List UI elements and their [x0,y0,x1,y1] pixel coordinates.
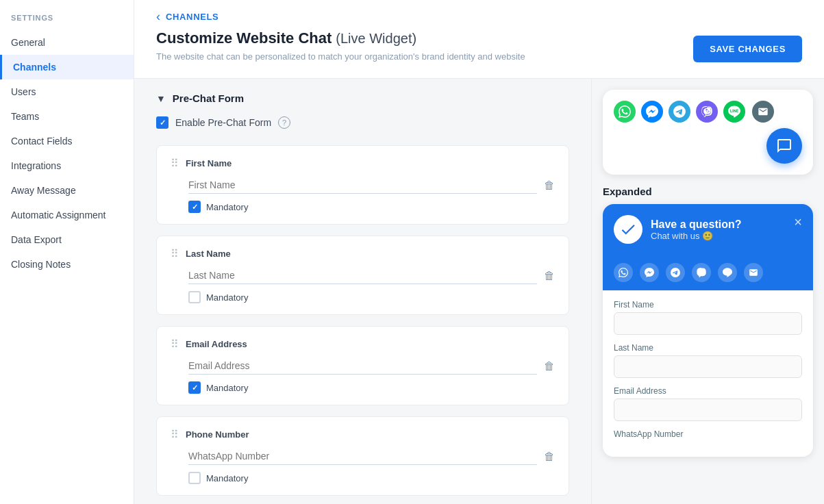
widget-close-button[interactable]: × [794,215,802,229]
expanded-label: Expanded [603,186,813,197]
drag-handle-icon[interactable]: ⠿ [171,157,179,170]
telegram-channel-icon [669,101,690,123]
widget-viber-icon[interactable] [692,263,711,282]
breadcrumb: ‹ CHANNELS [156,0,802,29]
drag-handle-icon[interactable]: ⠿ [171,338,179,351]
back-chevron-icon: ‹ [156,10,160,24]
widget-heading: Have a question? [651,218,741,231]
widget-subtext: Chat with us 🙂 [651,231,741,241]
widget-email-icon[interactable] [744,263,763,282]
mandatory-checkbox-phone-number[interactable] [188,472,201,484]
form-panel: ▼ Pre-Chat Form Enable Pre-Chat Form ? ⠿… [134,79,591,504]
sidebar: SETTINGS General Channels Users Teams Co… [0,0,134,504]
widget-form-group-first-name: First Name [614,300,802,335]
widget-form-group-whatsapp: WhatsApp Number [614,429,802,439]
mandatory-checkbox-first-name[interactable] [188,201,201,213]
chat-bubble-button[interactable] [766,128,802,164]
widget-form-body: First Name Last Name Email Address Whats… [603,290,813,457]
field-group-email-address: ⠿ Email Address 🗑 Mandatory [156,326,569,405]
sidebar-item-integrations[interactable]: Integrations [0,153,134,178]
field-input-first-name[interactable] [188,177,537,194]
widget-channels-row [603,255,813,290]
widget-form-label-first-name: First Name [614,300,802,310]
page-title: Customize Website Chat [156,29,332,47]
mandatory-checkbox-last-name[interactable] [188,291,201,303]
sidebar-item-data-export[interactable]: Data Export [0,227,134,252]
mandatory-label-phone-number: Mandatory [206,473,248,483]
chevron-down-icon: ▼ [156,93,166,104]
help-icon[interactable]: ? [278,116,290,129]
widget-header: Have a question? Chat with us 🙂 × [603,204,813,255]
widget-header-left: Have a question? Chat with us 🙂 [614,215,741,244]
field-group-first-name: ⠿ First Name 🗑 Mandatory [156,145,569,225]
field-group-last-name: ⠿ Last Name 🗑 Mandatory [156,236,569,315]
sidebar-item-teams[interactable]: Teams [0,104,134,129]
section-title: Pre-Chat Form [173,92,244,104]
widget-form-label-whatsapp: WhatsApp Number [614,429,802,439]
line-channel-icon [723,101,745,123]
widget-form-label-email: Email Address [614,386,802,396]
delete-field-icon-phone-number[interactable]: 🗑 [544,451,555,463]
enable-pre-chat-checkbox[interactable] [156,116,168,129]
email-channel-icon [752,101,774,123]
sidebar-item-channels[interactable]: Channels [0,55,134,79]
widget-line-icon[interactable] [718,263,737,282]
field-input-last-name[interactable] [188,267,537,284]
sidebar-item-users[interactable]: Users [0,79,134,104]
drag-handle-icon[interactable]: ⠿ [171,428,179,441]
page-header: ‹ CHANNELS Customize Website Chat (Live … [134,0,824,79]
field-label-last-name: Last Name [186,249,231,259]
widget-collapsed-card [603,90,813,175]
widget-form-input-last-name[interactable] [614,355,802,378]
mandatory-label-email-address: Mandatory [206,383,248,393]
widget-avatar [614,215,642,244]
widget-form-input-first-name[interactable] [614,312,802,335]
sidebar-item-general[interactable]: General [0,30,134,55]
mandatory-label-first-name: Mandatory [206,202,248,212]
sidebar-item-away-message[interactable]: Away Message [0,178,134,203]
delete-field-icon-first-name[interactable]: 🗑 [544,179,555,192]
widget-header-text: Have a question? Chat with us 🙂 [651,218,741,241]
page-title-block: Customize Website Chat (Live Widget) The… [156,29,525,68]
widget-whatsapp-icon[interactable] [614,263,633,282]
widget-messenger-icon[interactable] [640,263,659,282]
breadcrumb-back-link[interactable]: CHANNELS [166,12,219,22]
field-label-phone-number: Phone Number [186,429,249,440]
whatsapp-channel-icon [614,101,636,123]
widget-telegram-icon[interactable] [666,263,685,282]
sidebar-item-automatic-assignment[interactable]: Automatic Assignment [0,203,134,227]
sidebar-title: SETTINGS [0,0,134,30]
messenger-channel-icon [641,101,663,123]
enable-pre-chat-label: Enable Pre-Chat Form [175,117,271,128]
field-label-email-address: Email Address [186,339,247,349]
page-subtitle: The website chat can be personalized to … [156,51,525,68]
pre-chat-form-section[interactable]: ▼ Pre-Chat Form [156,92,569,104]
page-title-suffix: (Live Widget) [336,31,416,47]
enable-pre-chat-row: Enable Pre-Chat Form ? [156,116,569,129]
widget-form-group-last-name: Last Name [614,343,802,378]
preview-panel: Expanded Have a question? Chat with us 🙂… [591,79,824,504]
main-content: ‹ CHANNELS Customize Website Chat (Live … [134,0,824,504]
delete-field-icon-email-address[interactable]: 🗑 [544,360,555,373]
channel-icons-row [614,101,802,123]
widget-form-input-email[interactable] [614,399,802,421]
mandatory-label-last-name: Mandatory [206,292,248,303]
widget-form-group-email: Email Address [614,386,802,421]
drag-handle-icon[interactable]: ⠿ [171,247,179,260]
sidebar-item-contact-fields[interactable]: Contact Fields [0,129,134,153]
widget-form-label-last-name: Last Name [614,343,802,353]
field-label-first-name: First Name [186,158,232,168]
content-area: ▼ Pre-Chat Form Enable Pre-Chat Form ? ⠿… [134,79,824,504]
viber-channel-icon [696,101,718,123]
field-group-phone-number: ⠿ Phone Number 🗑 Mandatory [156,416,569,496]
field-input-phone-number[interactable] [188,448,537,465]
save-changes-button[interactable]: SAVE CHANGES [693,36,802,62]
mandatory-checkbox-email-address[interactable] [188,381,201,394]
field-input-email-address[interactable] [188,357,537,375]
sidebar-item-closing-notes[interactable]: Closing Notes [0,252,134,277]
widget-expanded-card: Have a question? Chat with us 🙂 × [603,204,813,457]
delete-field-icon-last-name[interactable]: 🗑 [544,270,555,282]
